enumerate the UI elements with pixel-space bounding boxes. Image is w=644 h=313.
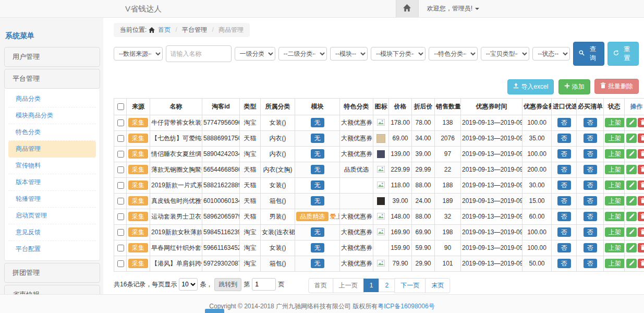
row-checkbox[interactable] [117,135,124,142]
delete-button[interactable] [638,118,644,127]
row-checkbox[interactable] [117,182,124,189]
sidebar-item-5[interactable]: 版本管理 [8,174,96,191]
breadcrumb-home-link[interactable]: 首页 [158,26,171,33]
must-buy-toggle-badge[interactable]: 否 [584,227,597,237]
import-toggle-badge[interactable]: 否 [557,212,571,221]
import-toggle-badge[interactable]: 否 [557,259,571,268]
per-page-select[interactable]: 10 [179,278,198,291]
batch-delete-button[interactable]: 批量删除 [594,79,639,94]
module-none-badge[interactable]: 无 [311,149,324,159]
filter-select-2[interactable]: --二级分类-- [278,47,327,61]
module-none-badge[interactable]: 无 [311,227,324,237]
status-badge[interactable]: 上架 [605,196,625,206]
select-all-checkbox[interactable] [117,103,124,110]
user-menu[interactable]: 欢迎您，管理员! [419,0,488,17]
filter-select-3[interactable]: --模块-- [330,47,368,61]
row-checkbox[interactable] [117,229,124,236]
delete-button[interactable] [638,243,644,252]
status-badge[interactable]: 上架 [605,149,625,159]
filter-select-1[interactable]: 一级分类 [235,47,275,61]
delete-button[interactable] [638,212,644,221]
edit-button[interactable] [626,118,637,127]
module-none-badge[interactable]: 无 [311,259,324,268]
page-number-button[interactable]: 1 [363,279,380,292]
sidebar-section-1[interactable]: 平台管理 [4,69,100,89]
edit-button[interactable] [626,243,637,252]
edit-button[interactable] [626,227,637,237]
sidebar-item-4[interactable]: 宣传物料 [8,158,96,174]
module-none-badge[interactable]: 无 [311,180,324,190]
import-toggle-badge[interactable]: 否 [557,149,571,159]
import-excel-button[interactable]: 导入excel [507,79,554,94]
must-buy-toggle-badge[interactable]: 否 [584,259,597,268]
delete-button[interactable] [638,259,644,268]
filter-select-0[interactable]: --数据来源-- [114,47,163,61]
home-button[interactable] [396,0,419,17]
page-next-button[interactable]: 下一页 [394,278,426,293]
must-buy-toggle-badge[interactable]: 否 [584,212,597,221]
edit-button[interactable] [626,196,637,206]
page-number-button[interactable]: 2 [379,279,395,292]
icp-link[interactable]: 粤ICP备16098006号 [378,303,434,310]
edit-button[interactable] [626,134,637,143]
status-badge[interactable]: 上架 [605,243,625,252]
name-search-input[interactable] [166,45,232,62]
row-checkbox[interactable] [117,151,124,158]
row-checkbox[interactable] [117,260,124,267]
status-badge[interactable]: 上架 [605,212,625,221]
must-buy-toggle-badge[interactable]: 否 [584,149,597,159]
reset-button[interactable]: 重置 [607,42,639,66]
status-badge[interactable]: 上架 [605,180,625,190]
import-toggle-badge[interactable]: 否 [557,196,571,206]
sidebar-section-2[interactable]: 拼团管理 [4,263,100,283]
module-none-badge[interactable]: 无 [311,118,324,127]
row-checkbox[interactable] [117,119,124,126]
sidebar-item-8[interactable]: 意见反馈 [8,224,96,241]
filter-select-7[interactable]: --状态-- [532,47,570,61]
add-button[interactable]: 添加 [558,79,590,94]
page-last-button[interactable]: 末页 [425,278,450,293]
status-badge[interactable]: 上架 [605,259,625,268]
status-badge[interactable]: 上架 [605,134,625,143]
import-toggle-badge[interactable]: 否 [557,180,571,190]
module-none-badge[interactable]: 无 [311,134,324,143]
page-first-button[interactable]: 首页 [308,278,333,293]
delete-button[interactable] [638,180,644,190]
edit-button[interactable] [626,180,637,190]
filter-select-5[interactable]: --特色分类-- [429,47,478,61]
import-toggle-badge[interactable]: 否 [557,243,571,252]
delete-button[interactable] [638,196,644,206]
must-buy-toggle-badge[interactable]: 否 [584,196,597,206]
status-badge[interactable]: 上架 [605,227,625,237]
status-badge[interactable]: 上架 [605,165,625,174]
sidebar-section-0[interactable]: 用户管理 [4,47,100,67]
import-toggle-badge[interactable]: 否 [557,165,571,174]
edit-button[interactable] [626,149,637,159]
import-toggle-badge[interactable]: 否 [557,118,571,127]
sidebar-item-7[interactable]: 启动页管理 [8,208,96,224]
jump-button[interactable]: 跳转到 [214,278,241,291]
delete-button[interactable] [638,134,644,143]
must-buy-toggle-badge[interactable]: 否 [584,165,597,174]
must-buy-toggle-badge[interactable]: 否 [584,118,597,127]
must-buy-toggle-badge[interactable]: 否 [584,180,597,190]
sidebar-item-6[interactable]: 轮播管理 [8,191,96,208]
row-checkbox[interactable] [117,198,124,204]
sidebar-item-9[interactable]: 平台配置 [8,241,96,257]
filter-select-4[interactable]: --模块下分类-- [371,47,426,61]
search-button[interactable]: 查询 [573,42,604,66]
must-buy-toggle-badge[interactable]: 否 [584,134,597,143]
edit-button[interactable] [626,165,637,174]
sidebar-item-2[interactable]: 特色分类 [8,124,96,141]
sidebar-item-1[interactable]: 模块商品分类 [8,107,96,124]
row-checkbox[interactable] [117,213,124,220]
import-toggle-badge[interactable]: 否 [557,134,571,143]
status-badge[interactable]: 上架 [605,118,625,127]
import-toggle-badge[interactable]: 否 [557,227,571,237]
row-checkbox[interactable] [117,166,124,173]
delete-button[interactable] [638,227,644,237]
sidebar-item-0[interactable]: 商品分类 [8,91,96,107]
delete-button[interactable] [638,149,644,159]
module-none-badge[interactable]: 无 [311,196,324,206]
page-number-input[interactable] [252,278,276,291]
